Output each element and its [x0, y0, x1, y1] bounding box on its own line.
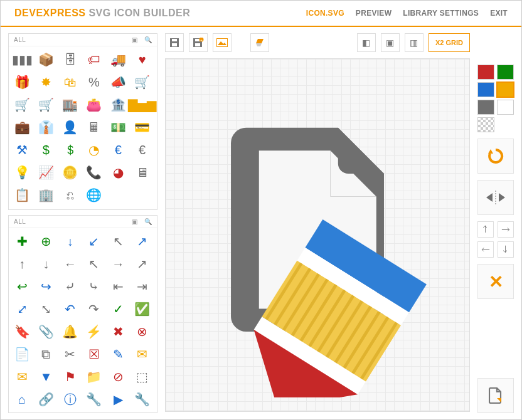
search-icon[interactable]: 🔍: [144, 218, 152, 225]
library-icon-arr-ur[interactable]: ↗: [133, 232, 152, 251]
library-icon-calculator[interactable]: 🖩: [85, 118, 104, 137]
library-icon-return[interactable]: ⤶: [61, 277, 80, 296]
library-icon-truck[interactable]: 🚚: [109, 50, 127, 69]
library-icon-archive[interactable]: 🗄: [61, 50, 80, 69]
library-icon-collapse[interactable]: ⤡: [36, 300, 55, 318]
library-icon-plus[interactable]: ✚: [13, 232, 31, 251]
library-icon-select[interactable]: ⬚: [133, 367, 152, 386]
library-icon-advance[interactable]: ⤷: [85, 277, 104, 296]
library-icon-arr-right[interactable]: →: [109, 255, 127, 273]
nudge-right-button[interactable]: 🡒: [498, 221, 514, 238]
library-icon-bank[interactable]: 🏦: [109, 95, 127, 114]
library-icon-user[interactable]: 👤: [61, 118, 80, 137]
nav-exit[interactable]: EXIT: [490, 9, 508, 18]
swatch-transparent[interactable]: [477, 117, 494, 132]
image-button[interactable]: [213, 33, 232, 52]
mirror-button[interactable]: [477, 180, 514, 215]
library-icon-tool[interactable]: 🔧: [85, 390, 104, 409]
swatch-red[interactable]: [477, 65, 494, 80]
library-icon-user-tie[interactable]: 👔: [36, 118, 55, 137]
library-icon-bookmark[interactable]: 🔖: [13, 322, 31, 341]
grid-toggle-button[interactable]: X2 GRID: [429, 33, 470, 52]
eraser-button[interactable]: [250, 33, 269, 52]
nav-preview[interactable]: PREVIEW: [356, 9, 392, 18]
library-icon-gift[interactable]: 🎁: [13, 73, 31, 92]
library-icon-arr-ur2[interactable]: ↗: [133, 255, 152, 273]
view-mode-icon[interactable]: ▣: [132, 36, 138, 43]
library-icon-pie[interactable]: ◔: [85, 140, 104, 159]
library-icon-close-box[interactable]: ☒: [85, 345, 104, 364]
library-icon-edit[interactable]: ✎: [109, 345, 127, 364]
library-icon-check-circle[interactable]: ✅: [133, 300, 152, 318]
library-icon-bolt[interactable]: ⚡: [85, 322, 104, 341]
library-icon-megaphone[interactable]: 📣: [109, 73, 127, 92]
library-icon-coins[interactable]: 🪙: [61, 163, 80, 182]
library-icon-arr-ul[interactable]: ↖: [109, 232, 127, 251]
library-icon-wrench[interactable]: 🔧: [133, 390, 152, 409]
library-icon-mail-open[interactable]: ✉: [13, 367, 31, 386]
library-icon-org[interactable]: ⚒: [13, 140, 31, 159]
library-icon-flag[interactable]: ⚑: [61, 367, 80, 386]
library-icon-bag[interactable]: 🛍: [61, 73, 80, 92]
canvas[interactable]: [165, 58, 470, 412]
library-icon-arr-up[interactable]: ↑: [13, 255, 31, 273]
library-icon-euro[interactable]: €: [109, 140, 127, 159]
library-icon-new-doc[interactable]: 📄: [13, 345, 31, 364]
library-icon-store[interactable]: 🏬: [61, 95, 80, 114]
nudge-left-button[interactable]: 🡐: [477, 241, 494, 258]
library-icon-phone[interactable]: 📞: [85, 163, 104, 182]
library-icon-cart[interactable]: 🛒: [133, 73, 152, 92]
library-icon-card[interactable]: 💳: [133, 118, 152, 137]
nudge-down-button[interactable]: 🡓: [498, 241, 514, 258]
library-icon-building[interactable]: 🏢: [36, 186, 55, 204]
library-icon-expand[interactable]: ⤢: [13, 300, 31, 318]
library-icon-mail[interactable]: ✉: [133, 345, 152, 364]
nav-icon-svg[interactable]: ICON.SVG: [306, 9, 344, 18]
library-icon-arr-down[interactable]: ↓: [61, 232, 80, 251]
library-icon-globe[interactable]: 🌐: [85, 186, 104, 204]
swatch-gray[interactable]: [477, 100, 494, 115]
swatch-yellow[interactable]: [497, 82, 514, 97]
nav-library-settings[interactable]: LIBRARY SETTINGS: [403, 9, 479, 18]
library-icon-sun[interactable]: ✸: [36, 73, 55, 92]
library-icon-cart-alt[interactable]: 🛒: [36, 95, 55, 114]
save-as-button[interactable]: +: [189, 33, 208, 52]
library-icon-pie-multi[interactable]: ◕: [109, 163, 127, 182]
library-icon-link[interactable]: 🔗: [36, 390, 55, 409]
library-icon-x-circle[interactable]: ⊗: [133, 322, 152, 341]
library-icon-redo[interactable]: ↷: [85, 300, 104, 318]
library-icon-dollar-circle[interactable]: ＄: [61, 140, 80, 159]
library-icon-arr-left[interactable]: ←: [61, 255, 80, 273]
align-3-button[interactable]: ▥: [405, 33, 423, 52]
library-icon-plus-circle[interactable]: ⊕: [36, 232, 55, 251]
library-icon-euro-circle[interactable]: €: [133, 140, 152, 159]
library-icon-tag[interactable]: 🏷: [85, 50, 104, 69]
align-2-button[interactable]: ▣: [381, 33, 400, 52]
library-icon-percent[interactable]: %: [85, 73, 104, 92]
library-icon-cart-add[interactable]: 🛒: [13, 95, 31, 114]
library-icon-dollar[interactable]: $: [36, 140, 55, 159]
library-icon-bulb[interactable]: 💡: [13, 163, 31, 182]
library-icon-monitor[interactable]: 🖥: [133, 163, 152, 182]
export-doc-button[interactable]: [477, 378, 514, 413]
library-icon-no[interactable]: ⊘: [109, 367, 127, 386]
library-icon-reply[interactable]: ↩: [13, 277, 31, 296]
library-icon-filter[interactable]: ▼: [36, 367, 55, 386]
swatch-green[interactable]: [497, 65, 514, 80]
library-icon-undo[interactable]: ↶: [61, 300, 80, 318]
save-button[interactable]: [165, 33, 184, 52]
swatch-blue[interactable]: [477, 82, 494, 97]
swatch-white[interactable]: [497, 100, 514, 115]
library-icon-folder[interactable]: 📁: [85, 367, 104, 386]
library-icon-cut[interactable]: ✂: [61, 345, 80, 364]
library-icon-info[interactable]: ⓘ: [61, 390, 80, 409]
rotate-button[interactable]: [477, 139, 514, 174]
library-icon-forward[interactable]: ↪: [36, 277, 55, 296]
library-icon-wallet[interactable]: 👛: [85, 95, 104, 114]
library-icon-bell[interactable]: 🔔: [61, 322, 80, 341]
library-icon-x[interactable]: ✖: [109, 322, 127, 341]
library-icon-barcode[interactable]: ▮▮▮: [13, 50, 31, 69]
library-icon-play[interactable]: ▶: [109, 390, 127, 409]
library-icon-copy[interactable]: ⧉: [36, 345, 55, 364]
library-icon-arr-down2[interactable]: ↓: [36, 255, 55, 273]
